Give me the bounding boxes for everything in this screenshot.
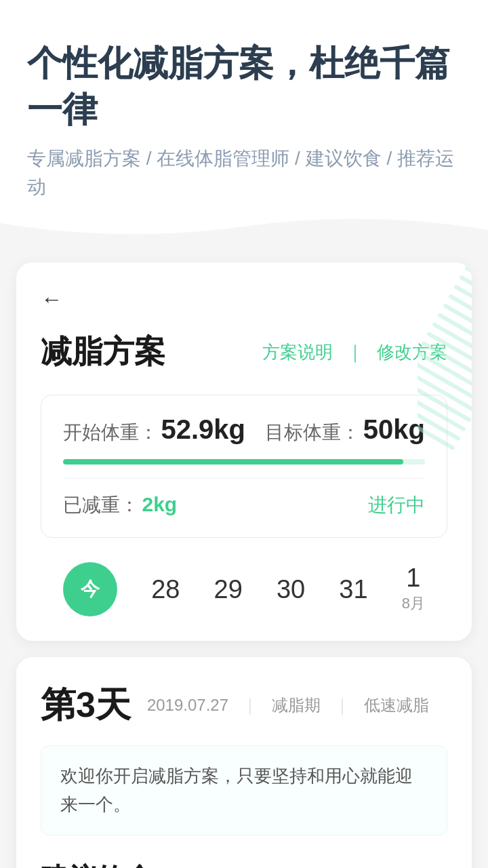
diet-section-title: 建议饮食 xyxy=(41,860,447,868)
calendar-day-29[interactable]: 29 xyxy=(214,576,243,602)
weight-info-box: 开始体重： 52.9kg 目标体重： 50kg 已减重： 2kg 进行中 xyxy=(41,395,447,538)
header-subtitle: 专属减脂方案 / 在线体脂管理师 / 建议饮食 / 推荐运动 xyxy=(27,144,461,201)
calendar-day-31[interactable]: 31 xyxy=(339,576,367,602)
day-label-29: 29 xyxy=(214,576,243,602)
card-decoration xyxy=(418,262,472,641)
day-number: 第3天 xyxy=(41,682,131,729)
header-wave-decoration xyxy=(0,210,488,243)
back-arrow-icon: ← xyxy=(41,287,62,312)
plan-status-badge: 进行中 xyxy=(368,492,425,518)
day-label-31: 31 xyxy=(339,576,367,602)
day-label-28: 28 xyxy=(151,576,180,602)
page-title: 个性化减脂方案，杜绝千篇一律 xyxy=(27,41,461,132)
lost-weight-value: 2kg xyxy=(142,493,177,515)
target-weight-value: 50kg xyxy=(363,414,425,444)
calendar-row: 今 28 29 30 31 1 8月 xyxy=(41,562,447,616)
calendar-day-28[interactable]: 28 xyxy=(151,576,180,602)
day-label-30: 30 xyxy=(277,576,305,602)
calendar-today[interactable]: 今 xyxy=(63,562,117,616)
calendar-day-30[interactable]: 30 xyxy=(277,576,305,602)
weight-values-row: 开始体重： 52.9kg 目标体重： 50kg xyxy=(63,414,425,446)
target-weight-label: 目标体重： xyxy=(265,422,360,443)
stripe-lines xyxy=(418,262,472,522)
day-type: 低速减脂 xyxy=(364,694,429,716)
back-button[interactable]: ← xyxy=(41,287,62,312)
lost-weight-info: 已减重： 2kg xyxy=(63,492,177,518)
meta-separator: ｜ xyxy=(242,694,258,716)
progress-bar-fill xyxy=(63,459,403,465)
day-section: 第3天 2019.07.27 ｜ 减脂期 ｜ 低速减脂 欢迎你开启减脂方案，只要… xyxy=(16,657,472,868)
plan-card: ← 减脂方案 方案说明 ｜ 修改方案 开始体重： 52.9kg 目标体重： 50… xyxy=(16,262,472,641)
plan-title: 减脂方案 xyxy=(41,331,165,373)
day-header: 第3天 2019.07.27 ｜ 减脂期 ｜ 低速减脂 xyxy=(41,682,447,729)
start-weight-label: 开始体重： xyxy=(63,422,158,443)
start-weight: 开始体重： 52.9kg xyxy=(63,414,245,446)
lost-weight-label: 已减重： xyxy=(63,494,139,515)
start-weight-value: 52.9kg xyxy=(161,414,245,444)
action-divider: ｜ xyxy=(346,340,363,364)
card-header: 减脂方案 方案说明 ｜ 修改方案 xyxy=(41,331,447,373)
day-date: 2019.07.27 xyxy=(147,696,228,715)
meta-separator-2: ｜ xyxy=(334,694,350,716)
target-weight: 目标体重： 50kg xyxy=(265,414,425,446)
weight-bottom-row: 已减重： 2kg 进行中 xyxy=(63,492,425,518)
welcome-message: 欢迎你开启减脂方案，只要坚持和用心就能迎来一个。 xyxy=(41,745,447,835)
header-section: 个性化减脂方案，杜绝千篇一律 专属减脂方案 / 在线体脂管理师 / 建议饮食 /… xyxy=(0,0,488,242)
day-meta: 2019.07.27 ｜ 减脂期 ｜ 低速减脂 xyxy=(147,694,429,716)
today-button[interactable]: 今 xyxy=(63,562,117,616)
progress-bar-background xyxy=(63,459,425,465)
weight-section-divider xyxy=(63,478,425,479)
explain-button[interactable]: 方案说明 xyxy=(262,340,333,364)
day-period: 减脂期 xyxy=(272,694,321,716)
